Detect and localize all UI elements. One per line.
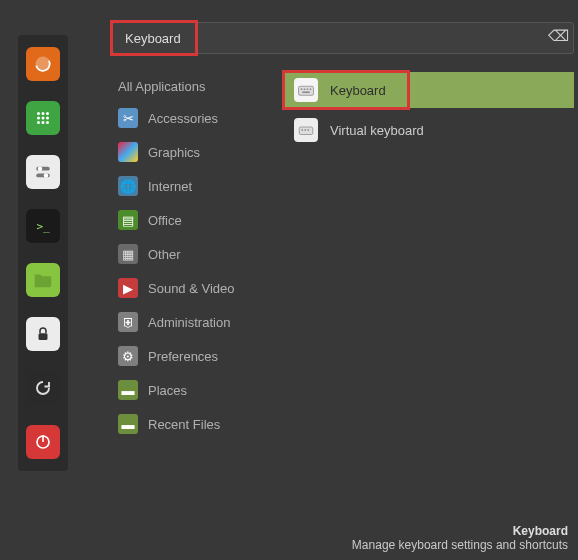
start-menu: ⌫ All Applications ✂ Accessories Graphic… [112, 22, 574, 560]
svg-rect-19 [304, 89, 306, 91]
category-label: Places [148, 383, 187, 398]
firefox-icon [33, 54, 53, 74]
category-other[interactable]: ▦ Other [112, 237, 274, 271]
play-icon: ▶ [118, 278, 138, 298]
svg-rect-26 [308, 129, 310, 131]
svg-rect-14 [39, 333, 48, 340]
svg-point-7 [37, 121, 40, 124]
category-label: Sound & Video [148, 281, 235, 296]
category-preferences[interactable]: ⚙ Preferences [112, 339, 274, 373]
search-container: ⌫ [112, 22, 574, 54]
result-virtual-keyboard[interactable]: Virtual keyboard [284, 112, 574, 148]
launcher-files[interactable] [26, 263, 60, 297]
category-places[interactable]: ▬ Places [112, 373, 274, 407]
category-office[interactable]: ▤ Office [112, 203, 274, 237]
category-list: All Applications ✂ Accessories Graphics … [112, 72, 274, 441]
clear-search-icon[interactable]: ⌫ [548, 27, 568, 47]
result-label: Virtual keyboard [330, 123, 424, 138]
lock-icon [34, 325, 52, 343]
category-sound-video[interactable]: ▶ Sound & Video [112, 271, 274, 305]
svg-point-6 [46, 117, 49, 120]
category-all[interactable]: All Applications [112, 72, 274, 101]
svg-point-13 [44, 173, 49, 178]
scissors-icon: ✂ [118, 108, 138, 128]
folder-icon: ▬ [118, 380, 138, 400]
search-input[interactable] [112, 22, 574, 54]
clock-folder-icon: ▬ [118, 414, 138, 434]
launcher-power[interactable] [26, 425, 60, 459]
svg-rect-20 [307, 89, 309, 91]
app-description-footer: Keyboard Manage keyboard settings and sh… [352, 524, 568, 552]
launcher-firefox[interactable] [26, 47, 60, 81]
svg-rect-25 [305, 129, 307, 131]
palette-icon [118, 142, 138, 162]
svg-point-2 [42, 112, 45, 115]
grid-icon [34, 109, 52, 127]
globe-icon: 🌐 [118, 176, 138, 196]
results-list: Keyboard Virtual keyboard [284, 72, 574, 441]
category-internet[interactable]: 🌐 Internet [112, 169, 274, 203]
result-keyboard[interactable]: Keyboard [284, 72, 574, 108]
footer-desc: Manage keyboard settings and shortcuts [352, 538, 568, 552]
toggle-icon [34, 163, 52, 181]
category-recent[interactable]: ▬ Recent Files [112, 407, 274, 441]
category-label: Preferences [148, 349, 218, 364]
category-label: Other [148, 247, 181, 262]
terminal-icon: >_ [36, 220, 49, 233]
grid-icon: ▦ [118, 244, 138, 264]
shield-icon: ⛨ [118, 312, 138, 332]
sliders-icon: ⚙ [118, 346, 138, 366]
category-label: All Applications [118, 79, 205, 94]
power-icon [34, 433, 52, 451]
svg-rect-22 [302, 92, 310, 94]
category-label: Administration [148, 315, 230, 330]
launcher-dock: >_ [18, 35, 68, 471]
category-label: Office [148, 213, 182, 228]
svg-rect-24 [302, 129, 304, 131]
launcher-restart[interactable] [26, 371, 60, 405]
svg-point-12 [38, 166, 43, 171]
svg-point-1 [37, 112, 40, 115]
menu-body: All Applications ✂ Accessories Graphics … [112, 72, 574, 441]
launcher-lock[interactable] [26, 317, 60, 351]
launcher-terminal[interactable]: >_ [26, 209, 60, 243]
category-graphics[interactable]: Graphics [112, 135, 274, 169]
folder-icon [32, 269, 54, 291]
svg-rect-17 [299, 86, 314, 95]
restart-icon [34, 379, 52, 397]
category-accessories[interactable]: ✂ Accessories [112, 101, 274, 135]
svg-point-3 [46, 112, 49, 115]
svg-rect-21 [310, 89, 312, 91]
launcher-settings[interactable] [26, 155, 60, 189]
svg-point-9 [46, 121, 49, 124]
svg-point-5 [42, 117, 45, 120]
svg-point-8 [42, 121, 45, 124]
category-administration[interactable]: ⛨ Administration [112, 305, 274, 339]
launcher-apps[interactable] [26, 101, 60, 135]
result-label: Keyboard [330, 83, 386, 98]
virtual-keyboard-icon [294, 118, 318, 142]
document-icon: ▤ [118, 210, 138, 230]
category-label: Recent Files [148, 417, 220, 432]
svg-rect-18 [301, 89, 303, 91]
keyboard-icon [294, 78, 318, 102]
category-label: Internet [148, 179, 192, 194]
svg-point-4 [37, 117, 40, 120]
footer-title: Keyboard [352, 524, 568, 538]
category-label: Accessories [148, 111, 218, 126]
category-label: Graphics [148, 145, 200, 160]
